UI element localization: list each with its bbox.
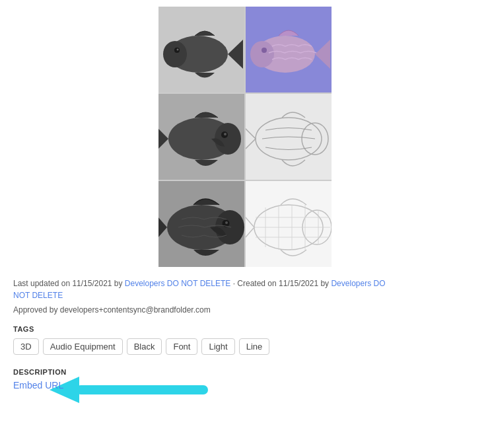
by-text-2: by [318,279,331,288]
tag-item[interactable]: Black [127,338,162,355]
approved-by: Approved by developers+contentsync@brand… [13,305,477,315]
author-link-1[interactable]: Developers DO NOT DELETE [125,279,231,288]
svg-point-2 [163,41,187,67]
svg-point-21 [225,221,228,224]
embed-url-section: Embed URL [13,380,477,391]
created-date: 11/15/2021 [279,279,318,288]
approved-email: developers+contentsync@brandfolder.com [60,305,211,315]
tags-label: TAGS [13,325,477,333]
arrow-annotation-svg [50,373,221,406]
tag-item[interactable]: Font [166,338,197,355]
svg-point-19 [215,210,244,244]
grid-cell-top-left [158,7,244,93]
svg-point-4 [177,49,179,51]
by-text-1: by [112,279,124,288]
metadata-section: Last updated on 11/15/2021 by Developers… [0,278,490,391]
grid-cell-mid-left [158,94,244,180]
svg-rect-33 [76,385,208,394]
grid-cell-bot-right [246,181,332,267]
svg-point-13 [224,133,227,135]
approved-prefix: Approved by [13,305,60,315]
svg-point-7 [250,41,274,67]
embed-url-link[interactable]: Embed URL [13,380,63,391]
page-container: Last updated on 11/15/2021 by Developers… [0,0,490,448]
image-grid-wrapper [0,0,490,278]
last-updated-text: Last updated on 11/15/2021 by Developers… [13,278,477,289]
tag-item[interactable]: 3D [13,338,39,355]
created-prefix: · Created on [230,279,279,288]
tags-container: 3DAudio EquipmentBlackFontLightLine [13,338,477,355]
svg-point-11 [215,123,241,155]
svg-point-8 [262,48,267,53]
grid-cell-mid-right [246,94,332,180]
author-link-2-cont[interactable]: NOT DELETE [13,291,63,300]
author-link-2[interactable]: Developers DO [331,279,385,288]
last-updated-date: 11/15/2021 [72,279,112,288]
grid-cell-bot-left [158,181,244,267]
tag-item[interactable]: Line [239,338,270,355]
tag-item[interactable]: Audio Equipment [43,338,123,355]
image-grid [158,7,332,267]
grid-cell-top-right [246,7,332,93]
tag-item[interactable]: Light [201,338,234,355]
svg-rect-22 [246,181,332,267]
last-updated-prefix: Last updated on [13,279,72,288]
